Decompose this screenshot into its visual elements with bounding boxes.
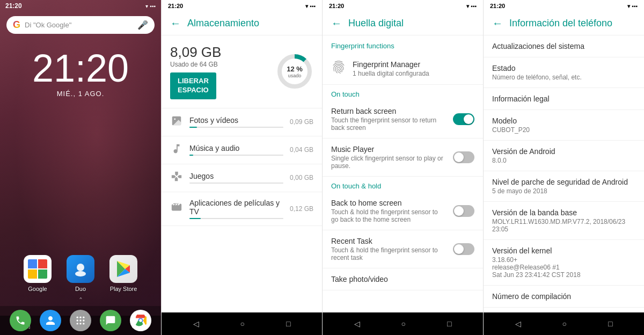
storage-item-photos[interactable]: Fotos y vídeos 0,09 GB xyxy=(162,108,322,136)
info-baseband[interactable]: Versión de la banda base MOLY.LR11.W1630… xyxy=(484,202,644,240)
messages-icon xyxy=(105,315,116,326)
storage-home-nav[interactable]: ○ xyxy=(240,319,245,328)
play-store-icon-svg xyxy=(114,260,133,278)
svg-point-20 xyxy=(174,118,175,120)
games-bar xyxy=(189,183,283,184)
svg-point-16 xyxy=(139,319,142,322)
storage-back-nav[interactable]: ◁ xyxy=(193,319,199,328)
storage-status-icons: ▾ ▪▪▪ xyxy=(305,3,316,9)
storage-item-music[interactable]: Música y audio 0,04 GB xyxy=(162,136,322,164)
info-legal[interactable]: Información legal xyxy=(484,88,644,110)
info-kernel-title: Versión del kernel xyxy=(492,246,635,255)
fp-home-nav[interactable]: ○ xyxy=(401,319,406,328)
info-system-title: Actualizaciones del sistema xyxy=(492,42,635,50)
info-security-patch[interactable]: Nivel de parche de seguridad de Android … xyxy=(484,171,644,202)
info-android-version[interactable]: Versión de Android 8.0.0 xyxy=(484,141,644,171)
fp-music-toggle[interactable] xyxy=(453,151,474,163)
app-google[interactable]: Google xyxy=(24,255,52,292)
photos-bar xyxy=(189,127,283,128)
info-status[interactable]: Estado Número de teléfono, señal, etc. xyxy=(484,57,644,88)
storage-panel: 21:20 ▾ ▪▪▪ ← Almacenamiento 8,09 GB Usa… xyxy=(161,0,322,335)
svg-point-1 xyxy=(75,271,86,276)
info-build-number[interactable]: Número de compilación xyxy=(484,286,644,308)
wifi-icon-4: ▾ xyxy=(627,3,630,9)
games-size: 0,00 GB xyxy=(290,174,313,181)
fp-back-btn[interactable]: ← xyxy=(331,17,342,30)
fp-photo-item[interactable]: Take photo/video xyxy=(323,268,483,290)
wifi-icon-2: ▾ xyxy=(305,3,308,9)
google-color-4 xyxy=(38,270,47,279)
free-space-button[interactable]: LIBERARESPACIO xyxy=(170,72,216,99)
dock-messages[interactable] xyxy=(100,310,121,331)
storage-recents-nav[interactable]: □ xyxy=(286,319,290,328)
fp-return-knob xyxy=(464,114,473,124)
fp-home-item[interactable]: Back to home screen Touch & hold the fin… xyxy=(323,192,483,230)
storage-item-games[interactable]: Juegos 0,00 GB xyxy=(162,164,322,192)
storage-item-movies[interactable]: Aplicaciones de películas y TV 0,12 GB xyxy=(162,192,322,226)
swipe-up-indicator: ˄ xyxy=(79,296,83,305)
fingerprint-panel: 21:20 ▾ ▪▪▪ ← Huella digital Fingerprint… xyxy=(322,0,483,335)
home-status-bar: 21:20 ▾ ▪▪▪ xyxy=(0,0,161,12)
phone-icon xyxy=(15,315,26,326)
fp-manager-sub: 1 huella digital configurada xyxy=(353,70,474,77)
info-model[interactable]: Modelo CUBOT_P20 xyxy=(484,110,644,141)
svg-point-14 xyxy=(83,323,84,324)
dock-contacts[interactable] xyxy=(40,310,61,331)
storage-status-time: 21:20 xyxy=(168,3,183,9)
google-app-icon xyxy=(24,255,52,283)
info-back-nav[interactable]: ◁ xyxy=(515,319,521,328)
photos-info: Fotos y vídeos xyxy=(189,116,283,128)
fp-music-item[interactable]: Music Player Single click fingerprint se… xyxy=(323,139,483,177)
dock-chrome[interactable] xyxy=(130,310,151,331)
storage-items-list: Fotos y vídeos 0,09 GB Música y audio 0,… xyxy=(162,108,322,226)
google-search-bar[interactable]: G Di "Ok Google" 🎤 xyxy=(6,16,155,34)
apps-icon xyxy=(75,315,86,326)
fp-home-text: Back to home screen Touch & hold the fin… xyxy=(331,199,447,223)
google-color-3 xyxy=(28,270,37,279)
fp-home-toggle[interactable] xyxy=(453,205,474,217)
storage-title: Almacenamiento xyxy=(187,18,259,29)
mic-icon[interactable]: 🎤 xyxy=(137,20,148,30)
info-recents-nav[interactable]: □ xyxy=(608,319,612,328)
fp-recent-toggle[interactable] xyxy=(453,243,474,255)
info-security-title: Nivel de parche de seguridad de Android xyxy=(492,178,635,186)
movies-info: Aplicaciones de películas y TV xyxy=(189,199,283,219)
music-name: Música y audio xyxy=(189,144,283,152)
storage-back-btn[interactable]: ← xyxy=(170,17,181,30)
info-kernel[interactable]: Versión del kernel 3.18.60+ release@Rele… xyxy=(484,240,644,286)
info-nav-bar: ◁ ○ □ xyxy=(484,312,644,335)
fp-recent-item[interactable]: Recent Task Touch & hold the fingerprint… xyxy=(323,230,483,268)
svg-point-10 xyxy=(79,319,81,321)
info-system-updates[interactable]: Actualizaciones del sistema xyxy=(484,35,644,57)
fp-back-nav[interactable]: ◁ xyxy=(354,319,360,328)
fp-header: ← Huella digital xyxy=(323,12,483,35)
fp-music-sub: Single click fingerprint sensor to play … xyxy=(331,155,447,170)
fp-home-sub: Touch & hold the fingerprint sensor to g… xyxy=(331,208,447,223)
dock-apps[interactable] xyxy=(70,310,91,331)
app-duo[interactable]: Duo xyxy=(67,255,94,292)
info-kernel-sub: 3.18.60+ release@Release06 #1 Sat Jun 23… xyxy=(492,256,635,279)
music-size: 0,04 GB xyxy=(290,146,313,154)
wifi-icon: ▾ xyxy=(145,3,148,9)
fp-touch-header: On touch xyxy=(323,85,483,100)
info-status-bar: 21:20 ▾ ▪▪▪ xyxy=(484,0,644,12)
fp-recents-nav[interactable]: □ xyxy=(447,319,451,328)
app-play-store[interactable]: Play Store xyxy=(109,255,137,292)
fp-status-bar: 21:20 ▾ ▪▪▪ xyxy=(323,0,483,12)
search-hint[interactable]: Di "Ok Google" xyxy=(25,21,133,29)
dock-phone[interactable] xyxy=(10,310,31,331)
fp-manager-item[interactable]: Fingerprint Manager 1 huella digital con… xyxy=(323,53,483,85)
info-scroll: Actualizaciones del sistema Estado Númer… xyxy=(484,35,644,312)
info-status-sub: Número de teléfono, señal, etc. xyxy=(492,74,635,81)
info-home-nav[interactable]: ○ xyxy=(562,319,567,328)
fp-return-screen-item[interactable]: Return back screen Touch the fingerprint… xyxy=(323,100,483,139)
info-status-time: 21:20 xyxy=(490,3,505,9)
info-header: ← Información del teléfono xyxy=(484,12,644,35)
google-app-label: Google xyxy=(28,286,47,292)
fp-manager-title: Fingerprint Manager xyxy=(353,60,474,69)
donut-percent: 12 % xyxy=(287,65,303,73)
info-back-btn[interactable]: ← xyxy=(492,17,503,30)
donut-label: usado xyxy=(287,73,303,78)
info-legal-title: Información legal xyxy=(492,94,635,103)
fp-return-toggle[interactable] xyxy=(453,113,474,125)
